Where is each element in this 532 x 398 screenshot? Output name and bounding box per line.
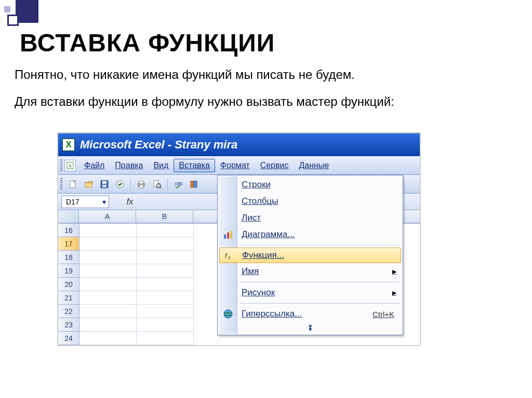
new-button[interactable] <box>66 177 80 191</box>
row-header[interactable]: 24 <box>58 332 79 345</box>
row-header[interactable]: 19 <box>58 264 79 278</box>
titlebar: X Microsoft Excel - Strany mira <box>58 133 420 156</box>
research-button[interactable] <box>187 177 201 191</box>
menu-item-label: Функция... <box>242 250 284 260</box>
menu-item-label: Рисунок <box>242 287 275 298</box>
excel-window: X Microsoft Excel - Strany mira X Файл П… <box>57 132 421 346</box>
print-preview-button[interactable] <box>150 177 164 191</box>
menu-item-name[interactable]: Имя ▶ <box>219 263 402 280</box>
svg-rect-5 <box>102 181 107 184</box>
row-headers: 16 17 18 19 20 21 22 23 24 <box>58 224 79 345</box>
svg-rect-15 <box>191 181 194 187</box>
menu-item-label: Имя <box>242 266 259 277</box>
toolbar-separator <box>167 178 168 190</box>
menu-item-sheet[interactable]: Лист <box>219 210 402 226</box>
menu-item-label: Диаграмма... <box>242 229 295 240</box>
col-header-B[interactable]: B <box>136 210 193 223</box>
toolbar-separator <box>130 178 131 190</box>
submenu-arrow-icon: ▶ <box>392 290 396 296</box>
menu-item-shortcut: Ctrl+K <box>373 310 394 319</box>
menu-insert[interactable]: Вставка <box>174 159 215 172</box>
dropdown-icon[interactable]: ▾ <box>100 197 108 207</box>
menu-data[interactable]: Данные <box>294 159 334 172</box>
row-header[interactable]: 16 <box>58 224 79 237</box>
slide-title: ВСТАВКА ФУНКЦИИ <box>20 29 532 57</box>
svg-text:X: X <box>69 163 72 168</box>
permissions-button[interactable] <box>113 177 127 191</box>
menu-separator <box>240 303 400 304</box>
name-box[interactable]: D17 ▾ <box>61 196 109 208</box>
menu-edit[interactable]: Правка <box>110 159 148 172</box>
svg-rect-6 <box>102 185 107 187</box>
menu-item-rows[interactable]: Строки <box>219 176 402 193</box>
grip-icon <box>60 159 62 172</box>
menu-expand-button[interactable]: ▾▾ <box>219 322 402 334</box>
save-button[interactable] <box>98 177 111 191</box>
row-header[interactable]: 22 <box>58 305 79 318</box>
open-button[interactable] <box>82 177 96 191</box>
menu-tools[interactable]: Сервис <box>255 159 294 172</box>
spelling-button[interactable]: ABC <box>171 177 185 191</box>
menu-item-chart[interactable]: Диаграмма... <box>219 226 402 243</box>
menu-item-label: Столбцы <box>242 196 278 207</box>
slide-paragraph-2: Для вставки функции в формулу нужно вызв… <box>15 93 532 110</box>
app-icon[interactable]: X <box>64 160 76 171</box>
name-box-value: D17 <box>66 198 79 206</box>
print-button[interactable] <box>135 177 148 191</box>
svg-line-13 <box>160 187 161 188</box>
svg-rect-17 <box>224 235 226 239</box>
menu-item-label: Строки <box>242 180 271 190</box>
row-header-selected[interactable]: 17 <box>58 237 79 251</box>
chevron-down-icon: ▾▾ <box>309 325 312 331</box>
svg-point-22 <box>224 310 232 318</box>
row-header[interactable]: 21 <box>58 291 79 305</box>
globe-icon <box>222 308 234 320</box>
svg-text:ABC: ABC <box>175 181 183 186</box>
menu-view[interactable]: Вид <box>148 159 174 172</box>
slide-paragraph-1: Понятно, что никакие имена функций мы пи… <box>15 66 532 83</box>
menu-item-hyperlink[interactable]: Гиперссылка... Ctrl+K <box>219 306 402 322</box>
svg-rect-18 <box>227 232 229 239</box>
insert-dropdown-menu: Строки Столбцы Лист Диаграмма... fx Функ… <box>217 175 403 335</box>
col-header-A[interactable]: A <box>79 210 136 223</box>
svg-text:f: f <box>225 252 228 259</box>
select-all-corner[interactable] <box>58 210 79 223</box>
menubar: X Файл Правка Вид Вставка Формат Сервис … <box>58 156 420 175</box>
menu-separator <box>240 282 400 282</box>
menu-item-label: Лист <box>242 213 261 223</box>
fx-label[interactable]: fx <box>125 197 135 207</box>
menu-item-label: Гиперссылка... <box>242 309 302 319</box>
row-header[interactable]: 18 <box>58 251 79 264</box>
fx-icon: fx <box>223 249 235 262</box>
menu-file[interactable]: Файл <box>79 159 110 172</box>
excel-logo-icon: X <box>62 139 75 151</box>
menu-item-picture[interactable]: Рисунок ▶ <box>219 284 402 301</box>
chart-icon <box>222 228 234 241</box>
row-header[interactable]: 20 <box>58 278 79 291</box>
svg-rect-10 <box>139 185 143 188</box>
svg-rect-16 <box>194 181 197 187</box>
menu-item-function[interactable]: fx Функция... <box>219 248 401 263</box>
menu-format[interactable]: Формат <box>215 159 255 172</box>
menu-separator <box>240 245 400 245</box>
row-header[interactable]: 23 <box>58 318 79 332</box>
slide-decor <box>0 0 47 26</box>
menu-item-columns[interactable]: Столбцы <box>219 193 402 210</box>
svg-text:x: x <box>228 255 231 260</box>
svg-rect-9 <box>139 181 143 184</box>
grip-icon <box>60 178 62 190</box>
submenu-arrow-icon: ▶ <box>392 268 396 275</box>
window-title: Microsoft Excel - Strany mira <box>80 138 237 152</box>
svg-rect-19 <box>230 231 232 239</box>
